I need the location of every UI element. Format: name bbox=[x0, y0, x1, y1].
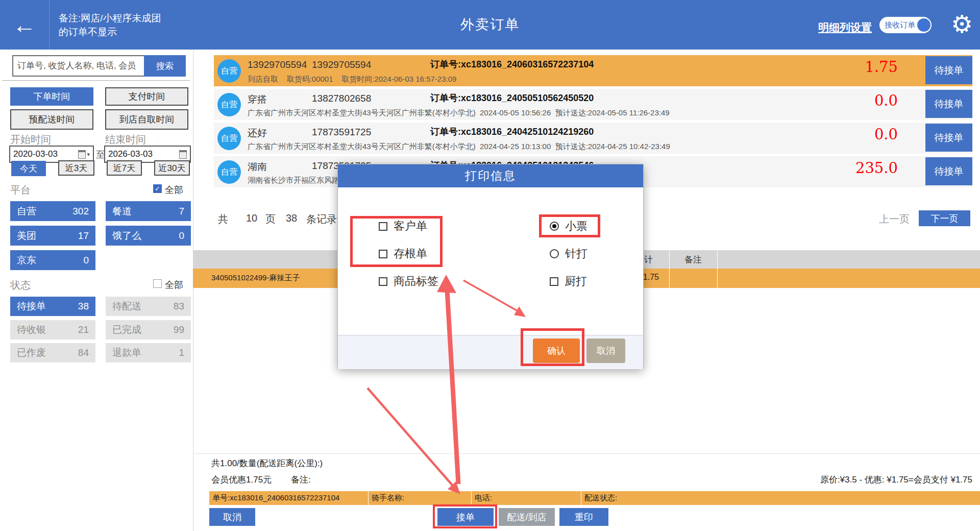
accept-order-button[interactable]: 待接单 bbox=[925, 90, 972, 118]
platform-all-checkbox[interactable]: ✓ bbox=[153, 184, 162, 193]
divider bbox=[669, 250, 670, 269]
quantity-summary: 共1.00/数量(配送距离(公里):) bbox=[211, 457, 323, 469]
order-price: 0.0 bbox=[801, 92, 898, 109]
order-row[interactable]: 自营 13929705594 13929705594 订单号:xc183016_… bbox=[214, 55, 972, 86]
takeout-orders-page: ← 备注:网店/小程序未成团 的订单不显示 外卖订单 明细列设置 接收订单 ⚙ … bbox=[0, 0, 980, 531]
option-dot-matrix[interactable]: 针打 bbox=[550, 246, 587, 262]
col-note: 备注 bbox=[669, 250, 717, 269]
status-refund[interactable]: 退款单1 bbox=[106, 343, 191, 363]
quick-3days[interactable]: 近3天 bbox=[58, 160, 94, 176]
platform-jd[interactable]: 京东0 bbox=[10, 250, 95, 270]
toggle-knob bbox=[917, 18, 930, 32]
platform-ziying[interactable]: 自营302 bbox=[10, 201, 95, 221]
checkbox-icon bbox=[550, 277, 558, 286]
platform-label: 平台 bbox=[10, 183, 31, 197]
option-stub-ticket[interactable]: 存根单 bbox=[379, 246, 427, 262]
top-bar: ← 备注:网店/小程序未成团 的订单不显示 外卖订单 明细列设置 接收订单 ⚙ bbox=[0, 0, 980, 50]
detail-phone-label: 电话: bbox=[472, 491, 581, 505]
filter-sidebar: 搜索 下单时间 支付时间 预配送时间 到店自取时间 开始时间 结束时间 2020… bbox=[0, 50, 193, 531]
status-all-checkbox[interactable] bbox=[153, 279, 162, 288]
status-voided[interactable]: 已作废84 bbox=[10, 343, 95, 363]
dialog-cancel-button[interactable]: 取消 bbox=[586, 339, 625, 363]
order-price: 0.0 bbox=[801, 126, 898, 143]
order-number: 订单号:xc183016_24042510124219260 bbox=[430, 126, 594, 138]
order-phone: 13929705594 bbox=[312, 59, 371, 70]
reprint-button[interactable]: 重印 bbox=[559, 508, 608, 526]
checkbox-icon bbox=[379, 277, 387, 286]
time-type-predelivery[interactable]: 预配送时间 bbox=[10, 109, 93, 130]
prev-page-button[interactable]: 上一页 bbox=[879, 212, 910, 226]
option-product-label[interactable]: 商品标签 bbox=[379, 273, 438, 289]
product-name: 3405051022499-麻辣王子 bbox=[211, 273, 300, 283]
platform-badge: 自营 bbox=[217, 127, 241, 150]
platform-badge: 自营 bbox=[217, 59, 241, 83]
member-discount: 会员优惠1.75元 bbox=[211, 474, 272, 486]
platform-meituan[interactable]: 美团17 bbox=[10, 226, 95, 246]
quick-7days[interactable]: 近7天 bbox=[107, 160, 142, 176]
platform-candao[interactable]: 餐道7 bbox=[106, 201, 191, 221]
confirm-button[interactable]: 确认 bbox=[533, 339, 580, 363]
column-settings-link[interactable]: 明细列设置 bbox=[818, 20, 872, 35]
divider bbox=[193, 453, 980, 454]
status-pending-delivery[interactable]: 待配送83 bbox=[106, 297, 191, 316]
calendar-icon: ▾ bbox=[78, 150, 90, 159]
search-button[interactable]: 搜索 bbox=[144, 55, 186, 77]
dialog-footer: 确认 取消 bbox=[338, 335, 643, 369]
platform-badge: 自营 bbox=[217, 93, 241, 116]
order-number: 订单号:xc183016_24060316572237104 bbox=[430, 58, 594, 70]
order-row[interactable]: 自营 穿搭 13827802658 订单号:xc183016_240505105… bbox=[214, 89, 972, 120]
time-type-pickup[interactable]: 到店自取时间 bbox=[105, 109, 188, 130]
order-price: 235.0 bbox=[801, 159, 898, 177]
detail-rider-label: 骑手名称: bbox=[369, 491, 472, 505]
time-type-pay[interactable]: 支付时间 bbox=[105, 87, 188, 106]
status-pending-accept[interactable]: 待接单38 bbox=[10, 297, 95, 316]
end-time-label: 结束时间 bbox=[105, 133, 146, 147]
option-kitchen-print[interactable]: 厨打 bbox=[550, 273, 587, 289]
dialog-title: 打印信息 bbox=[338, 164, 643, 187]
radio-icon bbox=[550, 249, 559, 258]
start-time-label: 开始时间 bbox=[10, 133, 51, 147]
pagination-records-label: 条记录 bbox=[306, 212, 337, 226]
print-info-dialog: 打印信息 客户单 存根单 商品标签 小票 针打 厨打 确认 取消 bbox=[337, 164, 644, 369]
end-date-value: 2026-03-03 bbox=[108, 149, 153, 159]
gear-icon[interactable]: ⚙ bbox=[951, 9, 973, 40]
status-pending-cashier[interactable]: 待收银21 bbox=[10, 320, 95, 340]
receive-orders-toggle[interactable]: 接收订单 bbox=[879, 17, 932, 33]
option-customer-ticket[interactable]: 客户单 bbox=[379, 218, 427, 234]
order-detail: 广东省广州市天河区岑村圣堂大街43号天河区广州非繁(岑村小学北) 2024-05… bbox=[248, 108, 670, 118]
accept-order-button[interactable]: 待接单 bbox=[925, 56, 972, 84]
pagination-pages: 10 bbox=[246, 212, 257, 224]
status-completed[interactable]: 已完成99 bbox=[106, 320, 191, 340]
pagination-records: 38 bbox=[286, 212, 297, 224]
quick-today[interactable]: 今天 bbox=[11, 161, 46, 176]
order-customer: 湖南 bbox=[248, 160, 267, 174]
option-receipt[interactable]: 小票 bbox=[550, 218, 587, 234]
search-input[interactable] bbox=[12, 55, 148, 77]
order-number: 订单号:xc183016_24050510562450520 bbox=[430, 92, 594, 104]
radio-selected-icon bbox=[550, 222, 559, 231]
status-all-label: 全部 bbox=[165, 279, 183, 291]
order-detail: 到店自取 取货码:00001 取货时间:2024-06-03 16:57-23:… bbox=[248, 75, 456, 84]
accept-order-button[interactable]: 待接单 bbox=[925, 124, 972, 152]
platform-eleme[interactable]: 饿了么0 bbox=[106, 226, 191, 246]
order-customer: 13929705594 bbox=[248, 59, 307, 70]
next-page-button[interactable]: 下一页 bbox=[919, 210, 970, 226]
order-row[interactable]: 自营 还好 17873591725 订单号:xc183016_240425101… bbox=[214, 123, 972, 154]
order-phone: 13827802658 bbox=[312, 93, 371, 104]
cancel-order-button[interactable]: 取消 bbox=[209, 508, 255, 526]
time-type-order[interactable]: 下单时间 bbox=[10, 87, 93, 106]
detail-order-number: 单号:xc183016_24060316572237104 bbox=[209, 491, 369, 505]
pagination-total-label: 共 bbox=[218, 212, 228, 226]
order-customer: 穿搭 bbox=[248, 93, 267, 106]
accept-button[interactable]: 接单 bbox=[437, 508, 494, 526]
accept-order-button[interactable]: 待接单 bbox=[925, 157, 972, 185]
deliver-arrive-button[interactable]: 配送/到店 bbox=[499, 508, 555, 526]
note-label: 备注: bbox=[291, 474, 311, 486]
quick-30days[interactable]: 近30天 bbox=[154, 160, 190, 176]
divider bbox=[2, 80, 190, 81]
receive-orders-toggle-label: 接收订单 bbox=[885, 20, 915, 30]
detail-delivery-status-label: 配送状态: bbox=[581, 491, 980, 505]
pagination-pages-label: 页 bbox=[265, 212, 276, 226]
order-detail-bar: 单号:xc183016_24060316572237104 骑手名称: 电话: … bbox=[209, 491, 980, 505]
status-label: 状态 bbox=[10, 278, 31, 292]
